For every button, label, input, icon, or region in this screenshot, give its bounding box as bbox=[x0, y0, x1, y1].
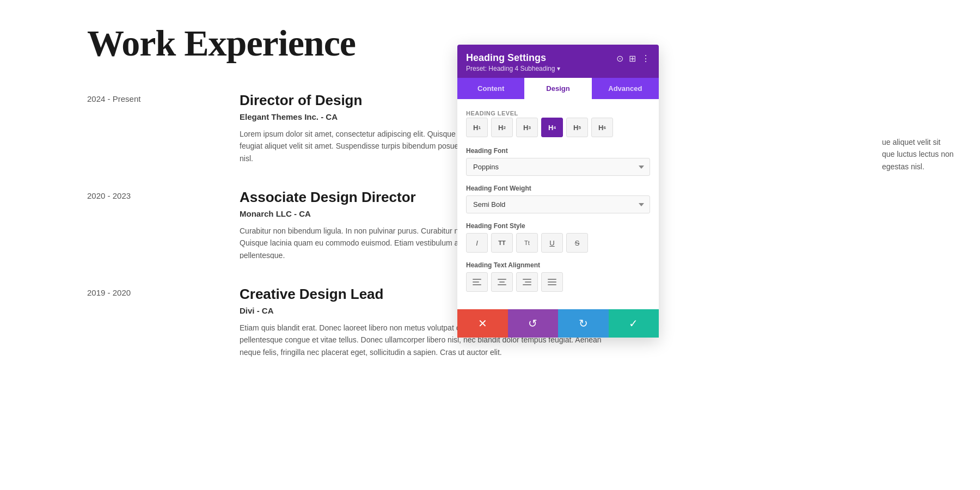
h1-button[interactable]: H1 bbox=[466, 118, 488, 137]
smallcaps-button[interactable]: TT bbox=[491, 233, 513, 253]
right-text-overflow: ue aliquet velit sit que luctus lectus n… bbox=[882, 136, 980, 173]
heading-alignment-label: Heading Text Alignment bbox=[466, 261, 650, 269]
heading-font-weight-group: Heading Font Weight Semi Bold Regular Bo… bbox=[466, 185, 650, 213]
align-left-icon bbox=[473, 279, 481, 285]
panel-header-icons: ⊙ ⊞ ⋮ bbox=[616, 53, 650, 64]
font-style-buttons: I TT Tt U S bbox=[466, 233, 650, 253]
panel-title: Heading Settings bbox=[466, 52, 616, 64]
tab-design[interactable]: Design bbox=[524, 78, 591, 99]
align-center-icon bbox=[498, 279, 506, 285]
panel-footer: ✕ ↺ ↻ ✓ bbox=[457, 309, 659, 338]
h4-button[interactable]: H4 bbox=[541, 118, 563, 137]
target-icon[interactable]: ⊙ bbox=[616, 53, 623, 64]
cancel-button[interactable]: ✕ bbox=[457, 309, 508, 338]
save-button[interactable]: ✓ bbox=[609, 309, 659, 338]
heading-font-style-label: Heading Font Style bbox=[466, 222, 650, 230]
h3-button[interactable]: H3 bbox=[516, 118, 538, 137]
heading-level-buttons: H1 H2 H3 H4 H5 H6 bbox=[466, 118, 650, 137]
h2-button[interactable]: H2 bbox=[491, 118, 513, 137]
strikethrough-button[interactable]: S bbox=[566, 233, 588, 253]
h5-button[interactable]: H5 bbox=[566, 118, 588, 137]
grid-icon[interactable]: ⊞ bbox=[629, 53, 636, 64]
panel-body: Heading Level H1 H2 H3 H4 H5 H6 Heading … bbox=[457, 99, 659, 309]
heading-font-weight-label: Heading Font Weight bbox=[466, 185, 650, 192]
align-left-button[interactable] bbox=[466, 272, 488, 292]
h6-button[interactable]: H6 bbox=[591, 118, 613, 137]
heading-font-style-group: Heading Font Style I TT Tt U S bbox=[466, 222, 650, 253]
heading-font-weight-select[interactable]: Semi Bold Regular Bold Light bbox=[466, 195, 650, 213]
work-date: 2024 - Present bbox=[87, 92, 240, 162]
undo-button[interactable]: ↺ bbox=[508, 309, 559, 338]
heading-settings-panel: Heading Settings Preset: Heading 4 Subhe… bbox=[457, 45, 659, 338]
uppercase-button[interactable]: Tt bbox=[516, 233, 538, 253]
redo-button[interactable]: ↻ bbox=[558, 309, 609, 338]
heading-alignment-group: Heading Text Alignment bbox=[466, 261, 650, 292]
heading-level-label: Heading Level bbox=[466, 110, 518, 117]
tab-advanced[interactable]: Advanced bbox=[592, 78, 659, 99]
italic-button[interactable]: I bbox=[466, 233, 488, 253]
more-options-icon[interactable]: ⋮ bbox=[641, 53, 650, 64]
tab-content[interactable]: Content bbox=[457, 78, 524, 99]
panel-preset[interactable]: Preset: Heading 4 Subheading ▾ bbox=[466, 65, 616, 72]
panel-header: Heading Settings Preset: Heading 4 Subhe… bbox=[457, 45, 659, 78]
heading-font-select[interactable]: Poppins Roboto Open Sans Lato bbox=[466, 158, 650, 176]
align-justify-button[interactable] bbox=[541, 272, 563, 292]
alignment-buttons bbox=[466, 272, 650, 292]
underline-button[interactable]: U bbox=[541, 233, 563, 253]
align-center-button[interactable] bbox=[491, 272, 513, 292]
align-right-button[interactable] bbox=[516, 272, 538, 292]
heading-font-group: Heading Font Poppins Roboto Open Sans La… bbox=[466, 147, 650, 176]
panel-tabs: Content Design Advanced bbox=[457, 78, 659, 99]
panel-header-left: Heading Settings Preset: Heading 4 Subhe… bbox=[466, 52, 616, 72]
work-date: 2019 - 2020 bbox=[87, 286, 240, 358]
align-right-icon bbox=[523, 279, 531, 285]
heading-level-group: Heading Level H1 H2 H3 H4 H5 H6 bbox=[466, 108, 650, 137]
align-justify-icon bbox=[548, 279, 556, 285]
heading-font-label: Heading Font bbox=[466, 147, 650, 155]
work-date: 2020 - 2023 bbox=[87, 189, 240, 259]
